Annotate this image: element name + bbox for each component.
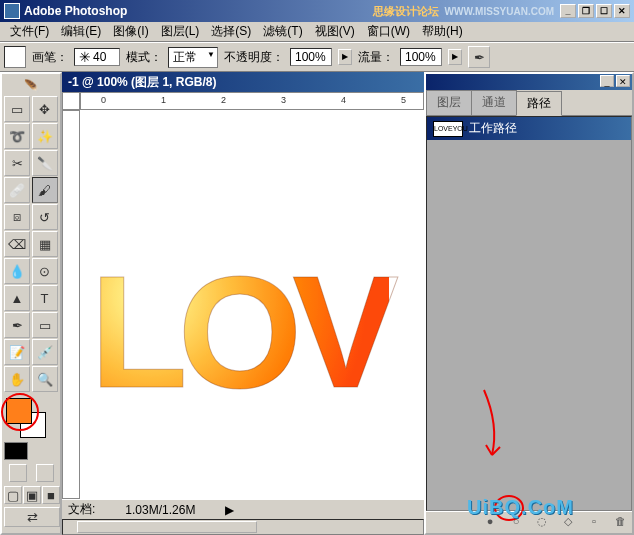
status-bar: 文档: 1.03M/1.26M ▶ <box>62 499 424 519</box>
panel-titlebar: _ ✕ <box>426 74 632 90</box>
tab-channels[interactable]: 通道 <box>471 90 517 115</box>
marquee-tool[interactable]: ▭ <box>4 96 30 122</box>
flow-label: 流量： <box>358 49 394 66</box>
lasso-tool[interactable]: ➰ <box>4 123 30 149</box>
pen-tool[interactable]: ✒ <box>4 312 30 338</box>
brush-shape-icon: ✳ <box>79 50 91 64</box>
ruler-horizontal[interactable]: 0 1 2 3 4 5 <box>80 92 424 110</box>
menu-select[interactable]: 选择(S) <box>205 21 257 42</box>
status-filesize: 1.03M/1.26M <box>125 503 195 517</box>
delete-path-icon[interactable]: 🗑 <box>612 515 628 531</box>
opacity-slider-button[interactable]: ▶ <box>338 49 352 65</box>
ruler-mark: 3 <box>281 95 286 105</box>
tab-paths[interactable]: 路径 <box>516 91 562 116</box>
panel-minimize-button[interactable]: _ <box>600 75 614 87</box>
panel-close-button[interactable]: ✕ <box>616 75 630 87</box>
wand-tool[interactable]: ✨ <box>32 123 58 149</box>
close-button[interactable]: ✕ <box>614 4 630 18</box>
hand-tool[interactable]: ✋ <box>4 366 30 392</box>
mask-mode-row <box>4 464 58 482</box>
options-bar: 画笔： ✳ 40 模式： 正常 不透明度： 100% ▶ 流量： 100% ▶ … <box>0 42 634 72</box>
canvas[interactable]: LOV LOV <box>80 110 424 499</box>
path-item-work[interactable]: LOVEYOU 工作路径 <box>427 117 631 140</box>
document-window: -1 @ 100% (图层 1, RGB/8) 0 1 2 3 4 5 LOV … <box>62 72 424 535</box>
menubar: 文件(F) 编辑(E) 图像(I) 图层(L) 选择(S) 滤镜(T) 视图(V… <box>0 22 634 42</box>
flow-input[interactable]: 100% <box>400 48 442 66</box>
eyedropper-tool[interactable]: 💉 <box>32 339 58 365</box>
path-thumbnail: LOVEYOU <box>433 121 463 137</box>
blend-mode-dropdown[interactable]: 正常 <box>168 47 218 68</box>
type-tool[interactable]: T <box>32 285 58 311</box>
path-select-tool[interactable]: ▲ <box>4 285 30 311</box>
ruler-origin[interactable] <box>62 92 80 110</box>
menu-view[interactable]: 视图(V) <box>309 21 361 42</box>
dodge-tool[interactable]: ⊙ <box>32 258 58 284</box>
ruler-mark: 1 <box>161 95 166 105</box>
color-swatch <box>4 396 58 440</box>
status-filesize-label: 文档: <box>68 501 95 518</box>
menu-file[interactable]: 文件(F) <box>4 21 55 42</box>
move-tool[interactable]: ✥ <box>32 96 58 122</box>
brush-picker[interactable]: ✳ 40 <box>74 48 120 66</box>
mode-label: 模式： <box>126 49 162 66</box>
stamp-tool[interactable]: ⧇ <box>4 204 30 230</box>
paths-list[interactable]: LOVEYOU 工作路径 <box>426 116 632 511</box>
flow-slider-button[interactable]: ▶ <box>448 49 462 65</box>
scrollbar-thumb[interactable] <box>77 521 257 533</box>
menu-image[interactable]: 图像(I) <box>107 21 154 42</box>
minimize-button[interactable]: _ <box>560 4 576 18</box>
toolbox: 🪶 ▭ ✥ ➰ ✨ ✂ 🔪 🩹 🖌 ⧇ ↺ ⌫ ▦ 💧 ⊙ ▲ T ✒ ▭ 📝 … <box>0 72 62 535</box>
screen-full-menubar-icon[interactable]: ▣ <box>23 486 41 504</box>
menu-window[interactable]: 窗口(W) <box>361 21 416 42</box>
crop-tool[interactable]: ✂ <box>4 150 30 176</box>
menu-filter[interactable]: 滤镜(T) <box>257 21 308 42</box>
maximize-button[interactable]: ☐ <box>596 4 612 18</box>
standard-mode-icon[interactable] <box>9 464 27 482</box>
tool-grid: ▭ ✥ ➰ ✨ ✂ 🔪 🩹 🖌 ⧇ ↺ ⌫ ▦ 💧 ⊙ ▲ T ✒ ▭ 📝 💉 … <box>4 96 58 392</box>
panel-tabs: 图层 通道 路径 <box>426 90 632 116</box>
ruler-vertical[interactable] <box>62 110 80 499</box>
annotation-circle-foreground <box>1 393 39 431</box>
titlebar: Adobe Photoshop 思缘设计论坛 WWW.MISSYUAN.COM … <box>0 0 634 22</box>
tool-preset-icon[interactable] <box>4 46 26 68</box>
gradient-tool[interactable]: ▦ <box>32 231 58 257</box>
quickmask-mode-icon[interactable] <box>36 464 54 482</box>
brush-size: 40 <box>93 50 106 64</box>
default-colors-icon[interactable] <box>4 442 28 460</box>
blur-tool[interactable]: 💧 <box>4 258 30 284</box>
screen-full-icon[interactable]: ■ <box>42 486 60 504</box>
eraser-tool[interactable]: ⌫ <box>4 231 30 257</box>
scrollbar-horizontal[interactable] <box>62 519 424 535</box>
new-path-icon[interactable]: ▫ <box>586 515 602 531</box>
tab-layers[interactable]: 图层 <box>426 90 472 115</box>
shape-tool[interactable]: ▭ <box>32 312 58 338</box>
brush-tool[interactable]: 🖌 <box>32 177 58 203</box>
slice-tool[interactable]: 🔪 <box>32 150 58 176</box>
imageready-icon[interactable]: ⇄ <box>4 507 60 527</box>
sponsor-url: WWW.MISSYUAN.COM <box>445 6 554 17</box>
opacity-input[interactable]: 100% <box>290 48 332 66</box>
healing-tool[interactable]: 🩹 <box>4 177 30 203</box>
zoom-tool[interactable]: 🔍 <box>32 366 58 392</box>
history-brush-tool[interactable]: ↺ <box>32 204 58 230</box>
path-item-label: 工作路径 <box>469 120 517 137</box>
watermark: UiBQ.CoM <box>467 496 574 519</box>
screen-standard-icon[interactable]: ▢ <box>4 486 22 504</box>
toolbox-feather-icon: 🪶 <box>4 76 58 96</box>
window-title: Adobe Photoshop <box>24 4 373 18</box>
blend-mode-value: 正常 <box>173 50 197 64</box>
ruler-mark: 0 <box>101 95 106 105</box>
airbrush-icon[interactable]: ✒ <box>468 46 490 68</box>
ruler-mark: 5 <box>401 95 406 105</box>
menu-layer[interactable]: 图层(L) <box>155 21 206 42</box>
menu-help[interactable]: 帮助(H) <box>416 21 469 42</box>
document-title: -1 @ 100% (图层 1, RGB/8) <box>62 72 424 92</box>
notes-tool[interactable]: 📝 <box>4 339 30 365</box>
screen-mode-row: ▢ ▣ ■ <box>4 486 58 504</box>
ruler-mark: 4 <box>341 95 346 105</box>
status-arrow-icon[interactable]: ▶ <box>225 503 234 517</box>
restore-button[interactable]: ❐ <box>578 4 594 18</box>
menu-edit[interactable]: 编辑(E) <box>55 21 107 42</box>
opacity-label: 不透明度： <box>224 49 284 66</box>
app-icon <box>4 3 20 19</box>
